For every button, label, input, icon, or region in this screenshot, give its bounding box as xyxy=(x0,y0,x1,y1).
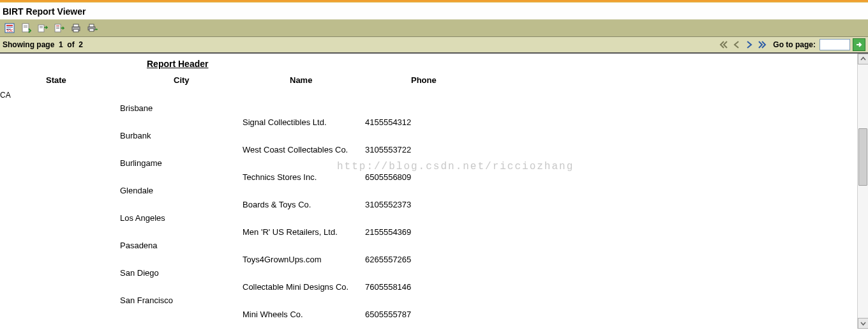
svg-rect-8 xyxy=(38,25,44,32)
column-header-city: City xyxy=(174,75,190,85)
prev-page-icon xyxy=(732,40,741,49)
svg-rect-13 xyxy=(56,27,59,27)
prev-page-button[interactable] xyxy=(731,39,742,50)
city-column: Brisbane Burbank Burlingame Glendale Los… xyxy=(120,103,173,323)
phone-cell: 2155554369 xyxy=(365,227,411,237)
svg-text:TOC: TOC xyxy=(6,29,13,33)
svg-rect-6 xyxy=(24,26,27,26)
goto-page-label: Go to page: xyxy=(773,40,816,49)
svg-rect-14 xyxy=(56,28,59,29)
svg-rect-12 xyxy=(56,26,59,26)
svg-rect-2 xyxy=(6,27,13,27)
print-server-icon xyxy=(87,23,98,33)
city-cell: Glendale xyxy=(120,186,173,195)
city-cell: Brisbane xyxy=(120,103,173,113)
phone-cell: 3105552373 xyxy=(365,200,411,209)
last-page-button[interactable] xyxy=(756,39,768,50)
phone-cell: 3105553722 xyxy=(365,145,411,154)
svg-rect-17 xyxy=(73,29,79,32)
name-cell: Signal Collectibles Ltd. xyxy=(243,117,348,127)
export-pdf-icon xyxy=(21,23,31,33)
phone-cell: 6505556809 xyxy=(365,172,411,182)
last-page-icon xyxy=(758,40,767,49)
report-viewport: Report Header State City Name Phone CA B… xyxy=(0,54,868,329)
phone-cell: 6265557265 xyxy=(365,255,411,264)
name-cell: Collectable Mini Designs Co. xyxy=(243,282,348,292)
phone-cell: 4155554312 xyxy=(365,117,411,127)
viewer-toolbar: TOC xyxy=(0,19,868,37)
first-page-icon xyxy=(719,40,728,49)
state-value: CA xyxy=(0,91,11,100)
export-data-icon xyxy=(38,23,48,33)
chevron-down-icon xyxy=(860,320,866,326)
name-cell: Men 'R' US Retailers, Ltd. xyxy=(243,227,348,237)
next-page-icon xyxy=(745,40,754,49)
first-page-button[interactable] xyxy=(718,39,730,50)
print-icon xyxy=(71,23,81,33)
svg-rect-1 xyxy=(6,25,13,26)
toc-button[interactable]: TOC xyxy=(3,21,17,35)
print-button[interactable] xyxy=(69,21,83,35)
goto-page-input[interactable] xyxy=(819,39,850,50)
city-cell: Burlingame xyxy=(120,158,173,168)
report-content: Report Header State City Name Phone CA B… xyxy=(0,54,857,329)
phone-cell: 7605558146 xyxy=(365,282,411,292)
city-cell: San Francisco xyxy=(120,296,173,305)
city-cell: Los Angeles xyxy=(120,213,173,223)
svg-rect-7 xyxy=(24,27,27,27)
column-header-name: Name xyxy=(290,75,312,85)
svg-rect-9 xyxy=(40,26,43,27)
export-report-icon xyxy=(54,23,64,33)
name-cell: Boards & Toys Co. xyxy=(243,200,348,209)
pager-status: Showing page 1 of 2 xyxy=(3,40,83,49)
phone-cell: 6505555787 xyxy=(365,310,411,319)
pager-bar: Showing page 1 of 2 Go to page: xyxy=(0,37,868,54)
export-pdf-button[interactable] xyxy=(19,21,33,35)
phone-column: 4155554312 3105553722 6505556809 3105552… xyxy=(365,117,411,329)
toc-icon: TOC xyxy=(4,23,15,33)
name-column: Signal Collectibles Ltd. West Coast Coll… xyxy=(243,117,348,329)
scroll-thumb[interactable] xyxy=(858,128,867,186)
name-cell: West Coast Collectables Co. xyxy=(243,145,348,154)
name-cell: Mini Wheels Co. xyxy=(243,310,348,319)
arrow-right-icon xyxy=(855,41,863,49)
next-page-button[interactable] xyxy=(744,39,755,50)
svg-rect-20 xyxy=(89,29,94,31)
vertical-scrollbar[interactable] xyxy=(857,54,868,329)
column-header-phone: Phone xyxy=(411,75,437,85)
svg-rect-5 xyxy=(22,24,29,32)
name-cell: Technics Stores Inc. xyxy=(243,172,348,182)
svg-rect-16 xyxy=(73,24,79,27)
chevron-up-icon xyxy=(860,56,866,62)
column-header-state: State xyxy=(46,75,66,85)
app-title: BIRT Report Viewer xyxy=(3,6,865,17)
city-cell: Pasadena xyxy=(120,241,173,250)
scroll-down-button[interactable] xyxy=(858,318,868,329)
scroll-track[interactable] xyxy=(858,64,868,318)
svg-rect-10 xyxy=(40,27,43,28)
export-report-button[interactable] xyxy=(52,21,66,35)
report-header: Report Header xyxy=(147,59,857,69)
city-cell: San Diego xyxy=(120,268,173,278)
svg-rect-19 xyxy=(89,24,94,27)
goto-page-button[interactable] xyxy=(853,38,865,51)
scroll-up-button[interactable] xyxy=(858,54,868,64)
name-cell: Toys4GrownUps.com xyxy=(243,255,348,264)
viewer-header: BIRT Report Viewer xyxy=(0,3,868,19)
city-cell: Burbank xyxy=(120,131,173,140)
print-server-button[interactable] xyxy=(86,21,100,35)
export-data-button[interactable] xyxy=(36,21,50,35)
